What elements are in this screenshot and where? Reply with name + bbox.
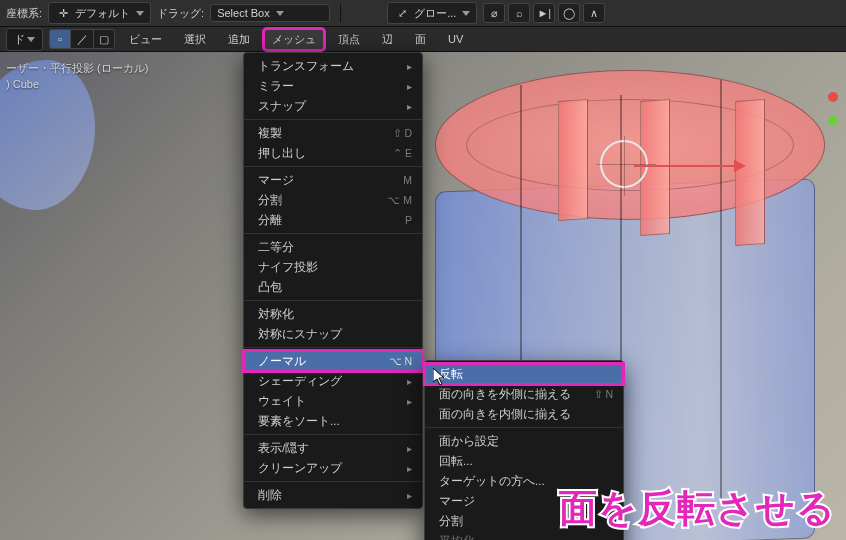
proportional-edit[interactable]: ►| bbox=[533, 3, 555, 23]
drag-value: Select Box bbox=[217, 7, 270, 19]
orientation-icon: ✛ bbox=[55, 5, 71, 21]
face-menu[interactable]: 面 bbox=[407, 29, 434, 50]
hotkey-label: ⌥ M bbox=[387, 194, 412, 206]
hotkey-label: ⌥ N bbox=[389, 355, 413, 367]
menu-delete[interactable]: 削除▸ bbox=[244, 485, 422, 505]
menu-separator bbox=[244, 434, 422, 435]
overlay-line-2: ) Cube bbox=[6, 76, 148, 92]
menu-transform[interactable]: トランスフォーム▸ bbox=[244, 56, 422, 76]
menu-snap-symmetry[interactable]: 対称にスナップ bbox=[244, 324, 422, 344]
chevron-down-icon bbox=[136, 11, 144, 16]
hotkey-label: ⇧ D bbox=[393, 127, 413, 139]
3d-cursor[interactable] bbox=[600, 140, 648, 188]
submenu-recalc-inside[interactable]: 面の向きを内側に揃える bbox=[425, 404, 623, 424]
snap-options[interactable]: ⌕ bbox=[508, 3, 530, 23]
selected-face-1[interactable] bbox=[558, 99, 588, 221]
view-menu[interactable]: ビュー bbox=[121, 29, 170, 50]
hotkey-label: M bbox=[403, 174, 412, 186]
menu-separator bbox=[244, 119, 422, 120]
mesh-dropdown-menu: トランスフォーム▸ ミラー▸ スナップ▸ 複製⇧ D 押し出し⌃ E マージM … bbox=[243, 52, 423, 509]
face-select-icon[interactable]: ▢ bbox=[93, 29, 115, 49]
hotkey-label: ⇧ N bbox=[594, 388, 614, 400]
vertex-menu[interactable]: 頂点 bbox=[330, 29, 368, 50]
header-bar: 座標系: ✛ デフォルト ドラッグ: Select Box ⤢ グロー... ⌀… bbox=[0, 0, 846, 26]
menu-knife-project[interactable]: ナイフ投影 bbox=[244, 257, 422, 277]
transform-pivot-dropdown[interactable]: ⤢ グロー... bbox=[387, 2, 477, 24]
submenu-set-from-face[interactable]: 面から設定 bbox=[425, 431, 623, 451]
menu-shading[interactable]: シェーディング▸ bbox=[244, 371, 422, 391]
pivot-icon: ⤢ bbox=[394, 5, 410, 21]
submenu-arrow-icon: ▸ bbox=[407, 376, 412, 387]
chevron-down-icon bbox=[27, 37, 35, 42]
drag-label: ドラッグ: bbox=[157, 6, 204, 21]
separator bbox=[340, 4, 341, 22]
drag-dropdown[interactable]: Select Box bbox=[210, 4, 330, 22]
annotation-text: 面を反転させる bbox=[559, 483, 836, 534]
menu-separator bbox=[244, 481, 422, 482]
mesh-menu[interactable]: メッシュ bbox=[264, 29, 324, 50]
menu-merge[interactable]: マージM bbox=[244, 170, 422, 190]
submenu-arrow-icon: ▸ bbox=[407, 443, 412, 454]
menu-split[interactable]: 分割⌥ M bbox=[244, 190, 422, 210]
hotkey-label: ⌃ E bbox=[393, 147, 412, 159]
menu-sort[interactable]: 要素をソート... bbox=[244, 411, 422, 431]
menu-duplicate[interactable]: 複製⇧ D bbox=[244, 123, 422, 143]
add-menu[interactable]: 追加 bbox=[220, 29, 258, 50]
snap-icons: ⌀ ⌕ ►| ◯ ∧ bbox=[483, 3, 605, 23]
mode-dropdown[interactable]: ド bbox=[6, 28, 43, 51]
snap-toggle[interactable]: ⌀ bbox=[483, 3, 505, 23]
submenu-rotate[interactable]: 回転... bbox=[425, 451, 623, 471]
submenu-arrow-icon: ▸ bbox=[407, 81, 412, 92]
submenu-arrow-icon: ▸ bbox=[407, 101, 412, 112]
submenu-arrow-icon: ▸ bbox=[407, 61, 412, 72]
axis-dot-x[interactable] bbox=[828, 92, 838, 102]
viewport-overlay-text: ーザー・平行投影 (ローカル) ) Cube bbox=[6, 60, 148, 92]
menu-snap[interactable]: スナップ▸ bbox=[244, 96, 422, 116]
menu-separator bbox=[244, 347, 422, 348]
menu-symmetrize[interactable]: 対称化 bbox=[244, 304, 422, 324]
menu-separator bbox=[244, 166, 422, 167]
submenu-recalc-outside[interactable]: 面の向きを外側に揃える⇧ N bbox=[425, 384, 623, 404]
orientation-dropdown[interactable]: ✛ デフォルト bbox=[48, 2, 151, 24]
submenu-arrow-icon: ▸ bbox=[407, 490, 412, 501]
menu-separator bbox=[425, 427, 623, 428]
orientation-value: デフォルト bbox=[75, 6, 130, 21]
pivot-value: グロー... bbox=[414, 6, 456, 21]
menu-separator bbox=[244, 233, 422, 234]
overlay-line-1: ーザー・平行投影 (ローカル) bbox=[6, 60, 148, 76]
menu-bisect[interactable]: 二等分 bbox=[244, 237, 422, 257]
curve-falloff[interactable]: ∧ bbox=[583, 3, 605, 23]
axis-dot-y[interactable] bbox=[828, 116, 838, 126]
menu-mirror[interactable]: ミラー▸ bbox=[244, 76, 422, 96]
mode-toolbar: ド ▫ ／ ▢ ビュー 選択 追加 メッシュ 頂点 辺 面 UV bbox=[0, 26, 846, 52]
proportional-falloff[interactable]: ◯ bbox=[558, 3, 580, 23]
menu-convex-hull[interactable]: 凸包 bbox=[244, 277, 422, 297]
menu-cleanup[interactable]: クリーンアップ▸ bbox=[244, 458, 422, 478]
edge-menu[interactable]: 辺 bbox=[374, 29, 401, 50]
submenu-arrow-icon: ▸ bbox=[407, 396, 412, 407]
selected-face-3[interactable] bbox=[735, 99, 765, 246]
select-mode-group: ▫ ／ ▢ bbox=[49, 29, 115, 49]
vertex-select-icon[interactable]: ▫ bbox=[49, 29, 71, 49]
chevron-down-icon bbox=[462, 11, 470, 16]
menu-show-hide[interactable]: 表示/隠す▸ bbox=[244, 438, 422, 458]
uv-menu[interactable]: UV bbox=[440, 30, 471, 48]
menu-weights[interactable]: ウェイト▸ bbox=[244, 391, 422, 411]
hotkey-label: P bbox=[405, 214, 412, 226]
edge-select-icon[interactable]: ／ bbox=[71, 29, 93, 49]
submenu-arrow-icon: ▸ bbox=[407, 463, 412, 474]
menu-normals[interactable]: ノーマル⌥ N bbox=[244, 351, 422, 371]
submenu-flip[interactable]: 反転 bbox=[425, 364, 623, 384]
orientation-label: 座標系: bbox=[6, 6, 42, 21]
select-menu[interactable]: 選択 bbox=[176, 29, 214, 50]
menu-separate[interactable]: 分離P bbox=[244, 210, 422, 230]
gizmo-x-axis[interactable] bbox=[634, 165, 744, 167]
menu-extrude[interactable]: 押し出し⌃ E bbox=[244, 143, 422, 163]
menu-separator bbox=[244, 300, 422, 301]
wireframe-edge bbox=[720, 80, 722, 500]
chevron-down-icon bbox=[276, 11, 284, 16]
mode-label: ド bbox=[14, 32, 25, 47]
